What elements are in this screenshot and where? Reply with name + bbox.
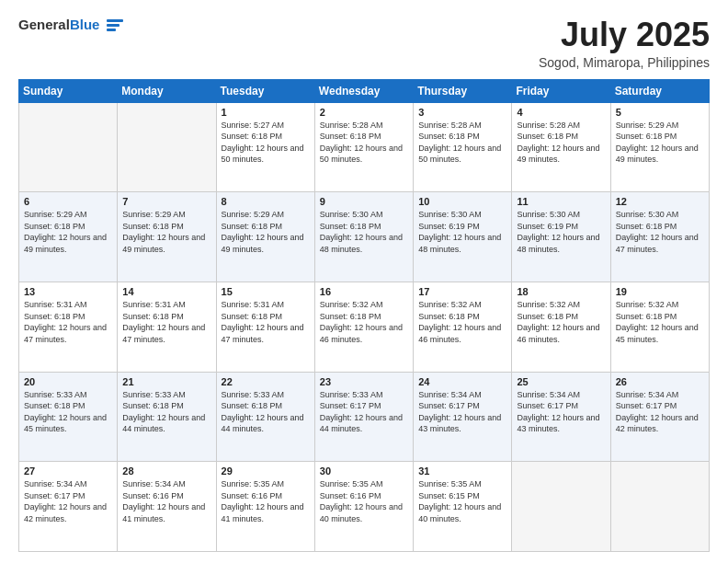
calendar-day-cell: 11Sunrise: 5:30 AMSunset: 6:19 PMDayligh… [512, 192, 610, 282]
calendar-day-cell: 3Sunrise: 5:28 AMSunset: 6:18 PMDaylight… [414, 102, 512, 192]
logo-text-block: GeneralBlue [18, 17, 99, 33]
day-number: 26 [616, 376, 704, 387]
logo-text: GeneralBlue [18, 17, 99, 33]
day-number: 22 [222, 376, 310, 387]
calendar-day-cell: 31Sunrise: 5:35 AMSunset: 6:15 PMDayligh… [414, 462, 512, 552]
calendar-day-cell: 6Sunrise: 5:29 AMSunset: 6:18 PMDaylight… [19, 192, 118, 282]
day-info: Sunrise: 5:34 AMSunset: 6:16 PMDaylight:… [122, 478, 210, 524]
calendar-week-row: 27Sunrise: 5:34 AMSunset: 6:17 PMDayligh… [19, 462, 710, 552]
page: GeneralBlue July 2025 Sogod, Mimaropa, P… [0, 0, 728, 563]
weekday-header-monday: Monday [118, 79, 216, 102]
day-number: 8 [222, 196, 310, 207]
calendar-day-cell: 22Sunrise: 5:33 AMSunset: 6:18 PMDayligh… [216, 372, 314, 462]
day-info: Sunrise: 5:27 AMSunset: 6:18 PMDaylight:… [222, 120, 310, 166]
day-info: Sunrise: 5:33 AMSunset: 6:18 PMDaylight:… [24, 389, 112, 435]
calendar-week-row: 13Sunrise: 5:31 AMSunset: 6:18 PMDayligh… [19, 282, 710, 372]
day-info: Sunrise: 5:30 AMSunset: 6:18 PMDaylight:… [616, 209, 704, 255]
calendar-week-row: 1Sunrise: 5:27 AMSunset: 6:18 PMDaylight… [19, 102, 710, 192]
calendar-day-cell: 23Sunrise: 5:33 AMSunset: 6:17 PMDayligh… [314, 372, 413, 462]
calendar-day-cell: 16Sunrise: 5:32 AMSunset: 6:18 PMDayligh… [314, 282, 413, 372]
weekday-header-friday: Friday [512, 79, 610, 102]
day-number: 6 [24, 196, 112, 207]
day-number: 12 [616, 196, 704, 207]
day-info: Sunrise: 5:31 AMSunset: 6:18 PMDaylight:… [24, 299, 112, 345]
day-info: Sunrise: 5:34 AMSunset: 6:17 PMDaylight:… [616, 389, 704, 435]
calendar-day-cell: 29Sunrise: 5:35 AMSunset: 6:16 PMDayligh… [216, 462, 314, 552]
day-info: Sunrise: 5:35 AMSunset: 6:16 PMDaylight:… [320, 478, 408, 524]
logo-line-2 [107, 24, 119, 27]
calendar-day-cell [118, 102, 216, 192]
day-info: Sunrise: 5:34 AMSunset: 6:17 PMDaylight:… [517, 389, 605, 435]
day-number: 2 [320, 107, 408, 118]
title-block: July 2025 Sogod, Mimaropa, Philippines [539, 17, 710, 70]
day-number: 3 [418, 107, 506, 118]
calendar-day-cell: 25Sunrise: 5:34 AMSunset: 6:17 PMDayligh… [512, 372, 610, 462]
calendar-day-cell: 24Sunrise: 5:34 AMSunset: 6:17 PMDayligh… [414, 372, 512, 462]
calendar-day-cell: 18Sunrise: 5:32 AMSunset: 6:18 PMDayligh… [512, 282, 610, 372]
day-info: Sunrise: 5:35 AMSunset: 6:15 PMDaylight:… [418, 478, 506, 524]
day-info: Sunrise: 5:33 AMSunset: 6:18 PMDaylight:… [122, 389, 210, 435]
location-title: Sogod, Mimaropa, Philippines [539, 55, 710, 70]
day-number: 19 [616, 286, 704, 297]
day-number: 24 [418, 376, 506, 387]
calendar-table: SundayMondayTuesdayWednesdayThursdayFrid… [18, 79, 710, 552]
day-number: 25 [517, 376, 605, 387]
day-info: Sunrise: 5:31 AMSunset: 6:18 PMDaylight:… [122, 299, 210, 345]
day-number: 1 [222, 107, 310, 118]
day-info: Sunrise: 5:30 AMSunset: 6:19 PMDaylight:… [517, 209, 605, 255]
logo-line-3 [107, 29, 116, 31]
calendar-day-cell: 9Sunrise: 5:30 AMSunset: 6:18 PMDaylight… [314, 192, 413, 282]
day-number: 27 [24, 465, 112, 477]
calendar-day-cell: 19Sunrise: 5:32 AMSunset: 6:18 PMDayligh… [610, 282, 709, 372]
day-number: 18 [517, 286, 605, 297]
day-number: 7 [122, 196, 210, 207]
day-number: 23 [320, 376, 408, 387]
calendar-day-cell: 7Sunrise: 5:29 AMSunset: 6:18 PMDaylight… [118, 192, 216, 282]
day-info: Sunrise: 5:33 AMSunset: 6:17 PMDaylight:… [320, 389, 408, 435]
day-info: Sunrise: 5:28 AMSunset: 6:18 PMDaylight:… [320, 120, 408, 166]
day-info: Sunrise: 5:33 AMSunset: 6:18 PMDaylight:… [222, 389, 310, 435]
calendar-day-cell: 12Sunrise: 5:30 AMSunset: 6:18 PMDayligh… [610, 192, 709, 282]
day-number: 28 [122, 465, 210, 477]
calendar-day-cell [19, 102, 118, 192]
day-number: 9 [320, 196, 408, 207]
day-number: 20 [24, 376, 112, 387]
day-number: 5 [616, 107, 704, 118]
calendar-day-cell: 28Sunrise: 5:34 AMSunset: 6:16 PMDayligh… [118, 462, 216, 552]
day-info: Sunrise: 5:34 AMSunset: 6:17 PMDaylight:… [24, 478, 112, 524]
calendar-day-cell: 1Sunrise: 5:27 AMSunset: 6:18 PMDaylight… [216, 102, 314, 192]
weekday-header-tuesday: Tuesday [216, 79, 314, 102]
day-number: 29 [222, 465, 310, 477]
day-info: Sunrise: 5:32 AMSunset: 6:18 PMDaylight:… [616, 299, 704, 345]
weekday-header-thursday: Thursday [414, 79, 512, 102]
weekday-header-row: SundayMondayTuesdayWednesdayThursdayFrid… [19, 79, 710, 102]
day-number: 14 [122, 286, 210, 297]
logo: GeneralBlue [18, 17, 123, 33]
calendar-day-cell: 4Sunrise: 5:28 AMSunset: 6:18 PMDaylight… [512, 102, 610, 192]
calendar-day-cell: 27Sunrise: 5:34 AMSunset: 6:17 PMDayligh… [19, 462, 118, 552]
logo-blue: Blue [70, 17, 100, 32]
day-info: Sunrise: 5:32 AMSunset: 6:18 PMDaylight:… [320, 299, 408, 345]
month-title: July 2025 [539, 17, 710, 53]
day-number: 31 [418, 465, 506, 477]
day-info: Sunrise: 5:32 AMSunset: 6:18 PMDaylight:… [517, 299, 605, 345]
day-number: 10 [418, 196, 506, 207]
day-info: Sunrise: 5:32 AMSunset: 6:18 PMDaylight:… [418, 299, 506, 345]
day-info: Sunrise: 5:29 AMSunset: 6:18 PMDaylight:… [24, 209, 112, 255]
day-number: 21 [122, 376, 210, 387]
calendar-day-cell [512, 462, 610, 552]
calendar-day-cell: 10Sunrise: 5:30 AMSunset: 6:19 PMDayligh… [414, 192, 512, 282]
day-info: Sunrise: 5:28 AMSunset: 6:18 PMDaylight:… [418, 120, 506, 166]
logo-general: General [18, 17, 70, 32]
calendar-day-cell: 5Sunrise: 5:29 AMSunset: 6:18 PMDaylight… [610, 102, 709, 192]
day-info: Sunrise: 5:34 AMSunset: 6:17 PMDaylight:… [418, 389, 506, 435]
calendar-day-cell: 21Sunrise: 5:33 AMSunset: 6:18 PMDayligh… [118, 372, 216, 462]
logo-line-1 [107, 19, 123, 22]
calendar-day-cell: 30Sunrise: 5:35 AMSunset: 6:16 PMDayligh… [314, 462, 413, 552]
header: GeneralBlue July 2025 Sogod, Mimaropa, P… [18, 17, 710, 70]
calendar-day-cell: 2Sunrise: 5:28 AMSunset: 6:18 PMDaylight… [314, 102, 413, 192]
weekday-header-wednesday: Wednesday [314, 79, 413, 102]
calendar-day-cell: 17Sunrise: 5:32 AMSunset: 6:18 PMDayligh… [414, 282, 512, 372]
day-number: 15 [222, 286, 310, 297]
day-number: 30 [320, 465, 408, 477]
